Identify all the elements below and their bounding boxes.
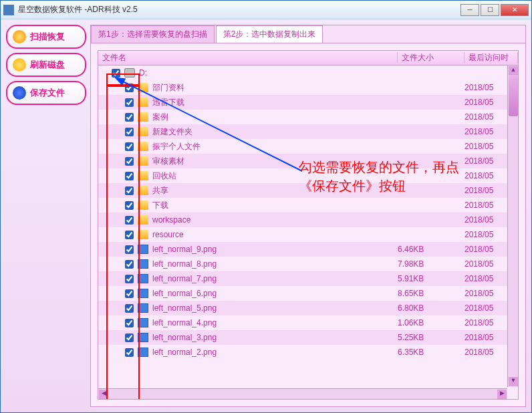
- file-row[interactable]: 共享2018/05: [98, 183, 518, 198]
- drive-icon: [124, 68, 135, 78]
- file-size: 6.35KB: [398, 348, 464, 357]
- file-row[interactable]: left_normal_7.png5.91KB2018/05: [98, 271, 518, 286]
- save-label: 保存文件: [30, 87, 65, 99]
- maximize-button[interactable]: ☐: [481, 4, 499, 16]
- row-checkbox[interactable]: [125, 186, 134, 195]
- save-file-button[interactable]: 保存文件: [6, 81, 86, 105]
- row-checkbox[interactable]: [125, 275, 134, 283]
- file-name: left_normal_4.png: [152, 318, 398, 327]
- file-row[interactable]: 新建文件夹2018/05: [98, 124, 518, 139]
- file-row[interactable]: workspace2018/05: [98, 213, 518, 227]
- file-size: 7.98KB: [398, 259, 464, 269]
- file-icon: [138, 289, 148, 298]
- rows-container: D: 部门资料2018/05迅雷下载2018/05案例2018/05新建文件夹2…: [98, 65, 518, 399]
- row-checkbox[interactable]: [125, 216, 134, 225]
- row-checkbox[interactable]: [125, 245, 134, 254]
- file-row[interactable]: 迅雷下载2018/05: [98, 95, 518, 110]
- file-list: 文件名 文件大小 最后访问时 D: 部门资料2018/05迅雷下载2018/05…: [98, 50, 519, 400]
- file-name: left_normal_2.png: [152, 348, 398, 357]
- row-checkbox[interactable]: [125, 128, 134, 136]
- row-checkbox[interactable]: [125, 319, 134, 327]
- file-row[interactable]: left_normal_8.png7.98KB2018/05: [98, 257, 518, 271]
- row-checkbox[interactable]: [125, 113, 134, 122]
- row-checkbox[interactable]: [125, 142, 134, 151]
- scroll-down-arrow[interactable]: ▼: [509, 377, 518, 386]
- file-row[interactable]: 下载2018/05: [98, 198, 518, 213]
- tabs: 第1步：选择需要恢复的盘扫描 第2步：选中数据复制出来: [91, 25, 525, 43]
- file-name: left_normal_9.png: [152, 245, 398, 254]
- row-checkbox[interactable]: [125, 231, 134, 239]
- file-name: 共享: [152, 185, 398, 196]
- row-checkbox[interactable]: [125, 289, 134, 298]
- file-name: workspace: [152, 215, 398, 225]
- folder-icon: [138, 142, 148, 151]
- file-row[interactable]: 案例2018/05: [98, 110, 518, 124]
- row-checkbox[interactable]: [125, 172, 134, 180]
- scroll-right-arrow[interactable]: ▶: [497, 390, 507, 399]
- row-checkbox[interactable]: [125, 304, 134, 313]
- file-name: 迅雷下载: [152, 97, 398, 108]
- minimize-button[interactable]: ─: [460, 4, 479, 16]
- file-name: 部门资料: [152, 82, 398, 94]
- col-filesize[interactable]: 文件大小: [398, 52, 464, 63]
- row-checkbox[interactable]: [125, 260, 134, 269]
- refresh-label: 刷新磁盘: [30, 59, 65, 71]
- file-name: 回收站: [152, 170, 398, 182]
- file-name: 振宇个人文件: [152, 141, 398, 152]
- scroll-thumb[interactable]: [509, 76, 518, 116]
- file-icon: [138, 245, 148, 254]
- app-icon: [3, 5, 14, 15]
- row-checkbox[interactable]: [125, 157, 134, 166]
- scroll-up-arrow[interactable]: ▲: [509, 66, 518, 76]
- folder-icon: [138, 98, 148, 107]
- row-checkbox[interactable]: [125, 98, 134, 107]
- file-name: resource: [152, 230, 398, 239]
- folder-icon: [138, 200, 148, 210]
- drive-checkbox[interactable]: [112, 69, 120, 78]
- col-lastaccess[interactable]: 最后访问时: [464, 52, 518, 63]
- file-name: left_normal_8.png: [152, 259, 398, 269]
- file-size: 1.06KB: [398, 318, 464, 327]
- file-row[interactable]: left_normal_5.png6.80KB2018/05: [98, 301, 518, 315]
- folder-icon: [138, 112, 148, 122]
- main-panel: 第1步：选择需要恢复的盘扫描 第2步：选中数据复制出来 文件名 文件大小 最后访…: [90, 25, 526, 407]
- file-row[interactable]: 回收站2018/05: [98, 168, 518, 183]
- close-button[interactable]: ✕: [501, 4, 529, 16]
- scroll-left-arrow[interactable]: ◀: [99, 390, 108, 399]
- file-row[interactable]: left_normal_6.png8.65KB2018/05: [98, 286, 518, 301]
- folder-icon: [138, 171, 148, 180]
- folder-icon: [138, 127, 148, 136]
- app-window: 星空数据恢复软件 -ADR科技 v2.5 ─ ☐ ✕ 扫描恢复 刷新磁盘 保存文…: [0, 0, 532, 413]
- file-row[interactable]: left_normal_4.png1.06KB2018/05: [98, 315, 518, 330]
- file-name: 案例: [152, 112, 398, 123]
- folder-icon: [138, 156, 148, 166]
- row-checkbox[interactable]: [125, 333, 134, 342]
- magnify-icon: [13, 30, 26, 43]
- folder-icon: [138, 186, 148, 195]
- window-buttons: ─ ☐ ✕: [460, 4, 529, 16]
- folder-icon: [138, 83, 148, 92]
- tab-step2[interactable]: 第2步：选中数据复制出来: [216, 25, 323, 43]
- file-row[interactable]: resource2018/05: [98, 227, 518, 242]
- refresh-disk-button[interactable]: 刷新磁盘: [6, 53, 86, 77]
- file-size: 6.46KB: [398, 245, 464, 254]
- tab-step1[interactable]: 第1步：选择需要恢复的盘扫描: [91, 25, 215, 43]
- row-checkbox[interactable]: [125, 84, 134, 92]
- file-size: 5.25KB: [398, 333, 464, 342]
- file-row[interactable]: left_normal_9.png6.46KB2018/05: [98, 242, 518, 257]
- horizontal-scrollbar[interactable]: ◀ ▶: [98, 388, 507, 399]
- file-row[interactable]: left_normal_3.png5.25KB2018/05: [98, 330, 518, 345]
- vertical-scrollbar[interactable]: ▲ ▼: [507, 65, 518, 387]
- file-row[interactable]: 部门资料2018/05: [98, 80, 518, 95]
- drive-row[interactable]: D:: [98, 65, 518, 80]
- row-checkbox[interactable]: [125, 201, 134, 210]
- scan-recover-button[interactable]: 扫描恢复: [6, 25, 86, 49]
- file-icon: [138, 333, 148, 342]
- file-name: left_normal_5.png: [152, 303, 398, 313]
- file-row[interactable]: 振宇个人文件2018/05: [98, 139, 518, 154]
- file-row[interactable]: left_normal_2.png6.35KB2018/05: [98, 345, 518, 360]
- row-checkbox[interactable]: [125, 348, 134, 357]
- col-filename[interactable]: 文件名: [98, 52, 398, 63]
- file-icon: [138, 259, 148, 269]
- file-row[interactable]: 审核素材2018/05: [98, 154, 518, 168]
